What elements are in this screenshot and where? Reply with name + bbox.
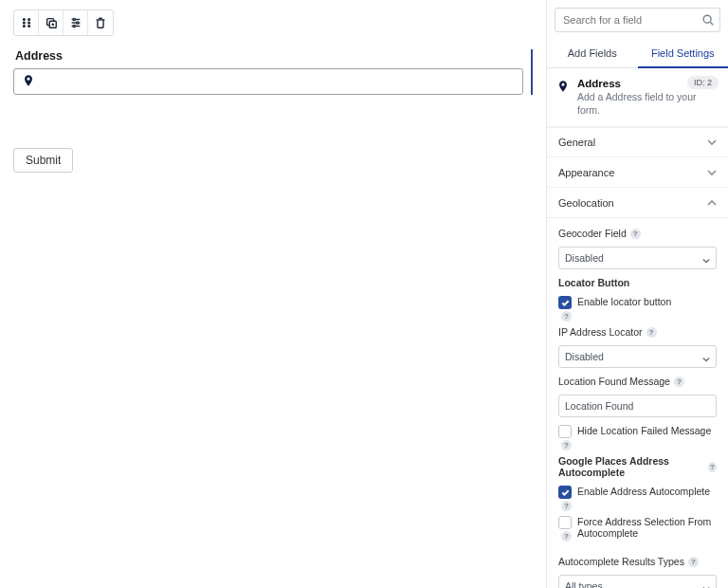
field-label: Address — [15, 49, 523, 63]
enable-autocomplete-label: Enable Address Autocomplete — [577, 486, 710, 497]
pin-icon — [556, 78, 570, 96]
geolocation-body: Geocoder Field ? Disabled Locator Button… — [547, 218, 728, 588]
hide-failed-row: Hide Location Failed Message ? — [558, 425, 717, 448]
enable-locator-label: Enable locator button — [577, 296, 671, 307]
force-selection-checkbox[interactable] — [558, 516, 572, 529]
address-field-block[interactable]: Address — [13, 49, 533, 95]
field-header-desc: Add a Address field to your form. — [577, 91, 719, 117]
trash-icon[interactable] — [88, 10, 113, 35]
ip-locator-select[interactable]: Disabled — [558, 345, 717, 368]
duplicate-icon[interactable] — [39, 10, 64, 35]
chevron-down-icon — [702, 255, 710, 263]
chevron-up-icon — [707, 198, 717, 208]
svg-point-14 — [76, 22, 78, 24]
autocomplete-types-label: Autocomplete Results Types ? — [558, 556, 717, 567]
submit-button[interactable]: Submit — [13, 148, 73, 173]
gpa-heading: Google Places Address Autocomplete ? — [558, 455, 717, 478]
pin-icon — [22, 74, 35, 90]
force-selection-label: Force Address Selection From Autocomplet… — [577, 516, 717, 539]
panel-tabs: Add Fields Field Settings — [547, 40, 728, 68]
location-found-label: Location Found Message ? — [558, 376, 717, 387]
help-icon[interactable]: ? — [630, 229, 641, 239]
help-icon[interactable]: ? — [561, 531, 572, 542]
hide-failed-checkbox[interactable] — [558, 425, 572, 438]
field-id-badge: ID: 2 — [687, 76, 719, 89]
enable-locator-checkbox[interactable] — [558, 296, 572, 309]
svg-point-5 — [27, 26, 29, 28]
enable-autocomplete-checkbox[interactable] — [558, 486, 572, 499]
svg-point-4 — [23, 26, 25, 28]
drag-handle-icon[interactable] — [14, 10, 39, 35]
svg-point-3 — [27, 22, 29, 24]
enable-locator-row: Enable locator button ? — [558, 296, 717, 319]
force-selection-row: Force Address Selection From Autocomplet… — [558, 516, 717, 548]
chevron-down-icon — [707, 168, 717, 177]
chevron-down-icon — [702, 583, 710, 588]
tab-field-settings[interactable]: Field Settings — [638, 40, 729, 68]
section-general[interactable]: General — [547, 127, 728, 157]
svg-point-0 — [23, 19, 25, 21]
help-icon[interactable]: ? — [561, 311, 572, 322]
settings-list-icon[interactable] — [64, 10, 88, 35]
help-icon[interactable]: ? — [708, 462, 717, 472]
field-toolbar — [13, 9, 114, 36]
svg-point-2 — [23, 22, 25, 24]
help-icon[interactable]: ? — [674, 377, 684, 387]
help-icon[interactable]: ? — [561, 501, 572, 511]
section-label: Geolocation — [558, 197, 614, 209]
locator-button-heading: Locator Button — [558, 277, 717, 288]
svg-point-13 — [73, 18, 75, 20]
chevron-down-icon — [702, 354, 710, 361]
section-geolocation[interactable]: Geolocation — [547, 188, 728, 218]
field-header: Address Add a Address field to your form… — [547, 68, 728, 127]
help-icon[interactable]: ? — [561, 440, 572, 450]
location-found-input[interactable] — [558, 395, 717, 417]
svg-point-15 — [73, 25, 75, 27]
section-appearance[interactable]: Appearance — [547, 157, 728, 188]
address-input[interactable] — [13, 68, 523, 95]
enable-autocomplete-row: Enable Address Autocomplete ? — [558, 486, 717, 508]
help-icon[interactable]: ? — [688, 557, 699, 567]
geocoder-field-select[interactable]: Disabled — [558, 247, 717, 269]
section-label: General — [558, 137, 595, 148]
search-input[interactable] — [555, 8, 720, 32]
hide-failed-label: Hide Location Failed Message — [577, 425, 711, 436]
svg-point-1 — [27, 19, 29, 21]
ip-locator-label: IP Address Locator ? — [558, 326, 717, 338]
geocoder-field-label: Geocoder Field ? — [558, 228, 717, 239]
help-icon[interactable]: ? — [646, 327, 657, 338]
form-canvas: Address Submit — [0, 0, 546, 588]
chevron-down-icon — [707, 138, 717, 147]
tab-add-fields[interactable]: Add Fields — [547, 40, 638, 67]
section-label: Appearance — [558, 167, 614, 178]
autocomplete-types-select[interactable]: All types — [558, 575, 717, 588]
settings-panel: Add Fields Field Settings Address Add a … — [546, 0, 728, 588]
